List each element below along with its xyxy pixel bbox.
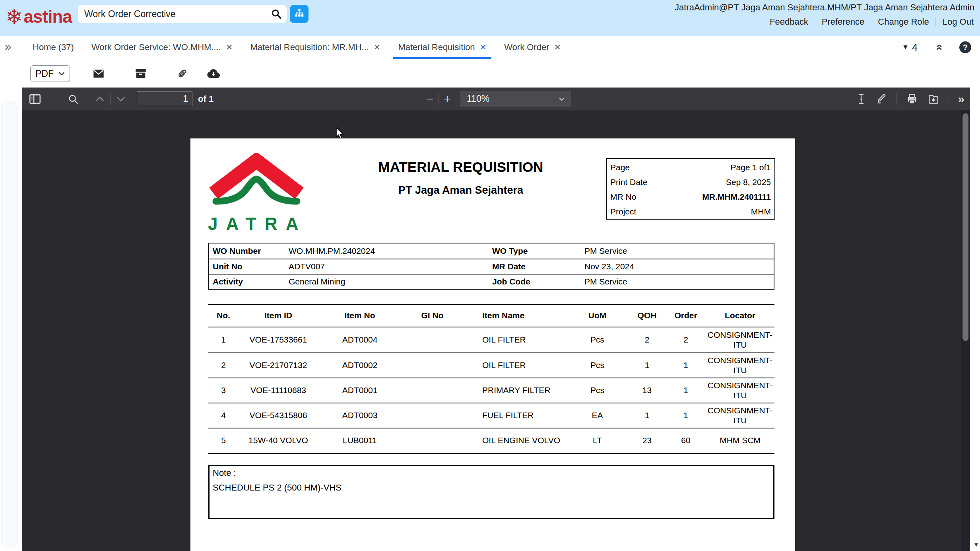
zoom-value: 110% [467, 93, 489, 104]
previous-page-icon[interactable] [94, 93, 105, 105]
tab-material-requisition-mr-mh-[interactable]: Material Requisition: MR.MH...✕ [241, 36, 389, 59]
find-icon[interactable] [67, 93, 79, 105]
search-input[interactable] [78, 5, 287, 23]
toolbar-separator [949, 93, 949, 105]
document-toolbar: PDF [0, 59, 980, 88]
tab-close-icon[interactable]: ✕ [226, 43, 233, 52]
zoom-out-icon[interactable]: − [424, 93, 436, 105]
jatra-logo-icon [206, 153, 310, 214]
zoom-select[interactable]: 110% [460, 91, 571, 107]
items-cell: 1 [666, 353, 706, 378]
search-icon[interactable] [271, 8, 282, 21]
tab-close-icon[interactable]: ✕ [554, 43, 561, 52]
pdf-toolbar-zoom: − + 110% [424, 88, 571, 110]
items-cell: 15W-40 VOLVO [239, 428, 318, 453]
attachment-button[interactable] [176, 67, 188, 82]
wo-label: Job Code [492, 277, 584, 286]
pdf-canvas-area[interactable]: JATRA MATERIAL REQUISITION PT Jaga Aman … [22, 110, 970, 551]
collapsed-sidebar[interactable] [1, 101, 17, 547]
cloud-download-button[interactable] [206, 67, 220, 82]
table-row: 4VOE-54315806ADT0003FUEL FILTEREA11CONSI… [208, 403, 774, 428]
account-label: JatraAdmin@PT Jaga Aman Sejahtera.MHM/PT… [675, 2, 974, 13]
format-select[interactable]: PDF [30, 65, 70, 82]
items-cell: Pcs [567, 327, 628, 352]
topbar-links: FeedbackPreferenceChange RoleLog Out [763, 16, 977, 28]
format-select-value: PDF [35, 68, 54, 79]
tab-count-value: 4 [912, 41, 918, 54]
document-titles: MATERIAL REQUISITION PT Jaga Aman Sejaht… [310, 159, 612, 197]
draw-pen-icon[interactable] [875, 93, 888, 105]
tab-work-order[interactable]: Work Order✕ [495, 36, 570, 59]
items-cell: Pcs [567, 378, 628, 403]
topbar: ❄ astina JatraAdmin@PT Jaga Aman Sejahte… [0, 0, 980, 36]
info-row: MR NoMR.MHM.2401111 [607, 189, 774, 204]
sidebar-toggle-icon[interactable] [28, 92, 42, 106]
items-cell: VOE-54315806 [239, 403, 318, 428]
document-subtitle: PT Jaga Aman Sejahtera [310, 184, 612, 197]
tab-label: Work Order [504, 42, 549, 53]
more-tools-icon[interactable]: » [958, 92, 964, 106]
pdf-toolbar-left: of 1 [28, 88, 213, 110]
tab-home-37-[interactable]: Home (37) [24, 36, 83, 59]
document-title: MATERIAL REQUISITION [310, 159, 612, 175]
wo-label: WO Type [492, 246, 584, 256]
save-icon[interactable] [927, 93, 940, 105]
org-chart-button[interactable] [290, 5, 309, 23]
topbar-link[interactable]: Feedback [763, 16, 815, 28]
print-icon[interactable] [906, 93, 918, 105]
items-cell: 1 [628, 353, 666, 378]
help-icon[interactable]: ? [959, 41, 971, 53]
items-cell: CONSIGNMENT-ITU [706, 403, 774, 428]
chevron-down-icon [58, 70, 66, 78]
next-page-icon[interactable] [115, 93, 126, 105]
items-cell: OIL ENGINE VOLVO [463, 428, 567, 453]
page-count-label: of 1 [198, 94, 213, 104]
scroll-down-icon[interactable]: ▼ [973, 541, 979, 548]
wo-value: PM Service [584, 246, 774, 256]
pdf-scrollbar-track[interactable] [961, 110, 970, 551]
pdf-viewer-toolbar: of 1 − + 110% [22, 88, 970, 110]
topbar-link[interactable]: Change Role [871, 16, 935, 28]
page-number-input[interactable] [137, 92, 192, 106]
wo-label: MR Date [492, 262, 584, 271]
items-header-cell: Item Name [463, 305, 567, 327]
topbar-link[interactable]: Log Out [936, 16, 977, 28]
tab-close-icon[interactable]: ✕ [374, 43, 381, 52]
items-table-body: 1VOE-17533661ADT0004OIL FILTERPcs22CONSI… [208, 327, 774, 453]
items-cell: EA [567, 403, 628, 428]
pdf-scrollbar-thumb[interactable] [963, 113, 968, 341]
email-button[interactable] [92, 67, 105, 82]
tab-close-icon[interactable]: ✕ [480, 43, 487, 52]
table-row: 515W-40 VOLVOLUB0011OIL ENGINE VOLVOLT23… [208, 428, 774, 453]
items-cell: 3 [208, 378, 239, 403]
app-logo-text: astina [24, 7, 72, 27]
tab-label: Home (37) [33, 42, 74, 53]
archive-button[interactable] [134, 67, 147, 82]
tab-count-dropdown[interactable]: ▼ 4 [902, 41, 918, 54]
items-cell: VOE-11110683 [239, 378, 318, 403]
pdf-page: JATRA MATERIAL REQUISITION PT Jaga Aman … [190, 138, 795, 551]
tab-material-requisition[interactable]: Material Requisition✕ [389, 36, 495, 59]
text-select-icon[interactable] [856, 93, 866, 105]
items-cell: 1 [208, 327, 239, 352]
info-label: Page [610, 163, 630, 172]
items-header-cell: QOH [628, 305, 666, 327]
items-cell: CONSIGNMENT-ITU [706, 378, 774, 403]
items-cell: 13 [628, 378, 666, 403]
info-row: ProjectMHM [607, 204, 774, 219]
items-cell: 2 [628, 327, 666, 352]
items-header-cell: No. [208, 305, 239, 327]
tab-label: Material Requisition [398, 42, 475, 53]
sitemap-icon [294, 8, 305, 20]
tab-work-order-service-wo-mhm-[interactable]: Work Order Service: WO.MHM....✕ [83, 36, 242, 59]
toolbar-separator [897, 93, 897, 105]
collapse-up-icon[interactable]: » [933, 44, 945, 51]
tab-overflow-icon[interactable]: » [5, 40, 12, 53]
items-cell: ADT0004 [318, 327, 402, 352]
page-scrollbar[interactable]: ▼ [972, 91, 980, 551]
topbar-link[interactable]: Preference [815, 16, 871, 28]
items-cell [402, 378, 463, 403]
items-cell: 23 [628, 428, 666, 453]
app-logo[interactable]: ❄ astina [6, 6, 72, 27]
zoom-in-icon[interactable]: + [441, 93, 453, 105]
